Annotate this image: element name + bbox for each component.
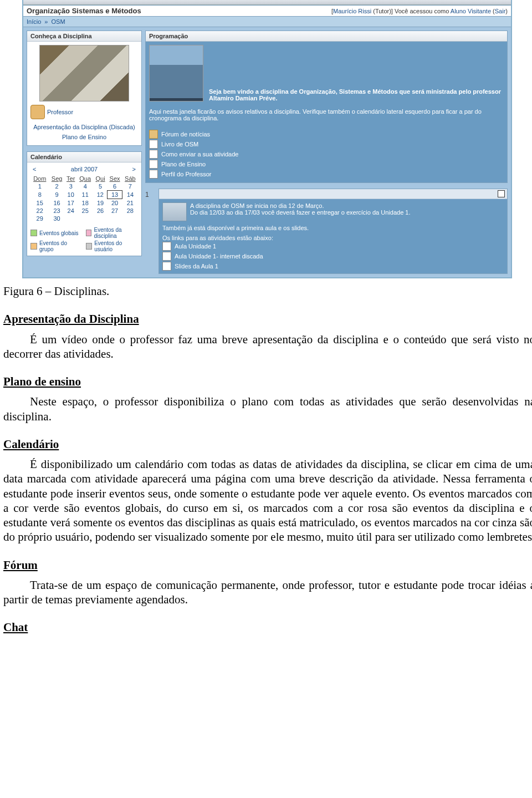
cal-day[interactable]: 24: [68, 207, 74, 214]
cal-day[interactable]: 25: [82, 207, 89, 214]
legend-swatch-global: [30, 230, 37, 236]
breadcrumb-current: OSM: [52, 18, 65, 25]
notice-text: Aqui nesta janela ficarão os avisos rela…: [149, 108, 504, 121]
heading-chat: Chat: [3, 620, 532, 634]
legend-course[interactable]: Eventos da disciplina: [94, 227, 138, 239]
cal-day[interactable]: 5: [99, 183, 102, 190]
cal-day[interactable]: 7: [129, 183, 132, 190]
cal-day[interactable]: 26: [97, 207, 104, 214]
topic-link[interactable]: Aula Unidade 1: [175, 243, 216, 250]
cal-day[interactable]: 9: [55, 191, 59, 198]
cal-day[interactable]: 14: [127, 191, 134, 198]
cal-day[interactable]: 29: [37, 215, 43, 222]
paragraph: É disponibilizado um calendário com toda…: [3, 457, 532, 545]
legend-user[interactable]: Eventos do usuário: [94, 240, 138, 252]
topic-line: Os links para as atividades estão abaixo…: [162, 235, 504, 241]
doc-icon: [149, 160, 158, 169]
user-info: [Maurício Rissi (Tutor)] Você acessou co…: [331, 8, 508, 14]
topic-1: 1 A disciplina de OSM se inicia no dia 1…: [145, 189, 508, 274]
lms-screenshot: Organização Sistemas e Métodos [Maurício…: [22, 0, 512, 278]
doc-icon: [162, 262, 171, 271]
resource-link[interactable]: Como enviar a sua atividade: [161, 151, 238, 157]
cal-day[interactable]: 4: [84, 183, 87, 190]
panel-header: Conheça a Disciplina: [27, 31, 141, 42]
cal-day-today[interactable]: 13: [111, 191, 118, 198]
resource-link[interactable]: Plano de Ensino: [161, 161, 206, 167]
panel-calendario: Calendário < abril 2007 > Dom Seg Ter Qu…: [27, 151, 142, 256]
cal-day[interactable]: 6: [113, 183, 116, 190]
cal-day[interactable]: 19: [97, 200, 104, 206]
resource-link[interactable]: Perfil do Professor: [161, 171, 211, 177]
cal-prev[interactable]: <: [33, 166, 36, 172]
cal-day[interactable]: 11: [82, 191, 89, 198]
heading-plano: Plano de ensino: [3, 374, 532, 389]
resource-link[interactable]: Fórum de notícias: [161, 131, 210, 138]
cal-day[interactable]: 12: [97, 191, 104, 198]
cal-day[interactable]: 16: [53, 200, 60, 206]
cal-day[interactable]: 17: [68, 200, 74, 206]
cal-day[interactable]: 3: [69, 183, 73, 190]
cal-day[interactable]: 1: [38, 183, 42, 190]
paragraph: Trata-se de um espaço de comunicação per…: [3, 578, 532, 607]
legend-group[interactable]: Eventos do grupo: [39, 240, 83, 252]
calendar-legend: Eventos globais Eventos da disciplina Ev…: [30, 227, 138, 252]
cal-day[interactable]: 18: [82, 200, 89, 206]
resource-link[interactable]: Livro de OSM: [161, 141, 198, 148]
breadcrumb: Início » OSM: [23, 17, 511, 27]
heading-calendario: Calendário: [3, 437, 532, 451]
link-plano-ensino[interactable]: Plano de Ensino: [30, 133, 138, 143]
breadcrumb-home[interactable]: Início: [27, 18, 41, 25]
doc-icon: [162, 252, 171, 261]
calendar-grid: Dom Seg Ter Qua Qui Sex Sáb 1 2: [30, 175, 138, 222]
document-body: Figura 6 – Disciplinas. Apresentação da …: [0, 284, 532, 652]
panel-conheca: Conheça a Disciplina Professor Apresenta…: [27, 31, 142, 146]
link-apresentacao[interactable]: Apresentação da Disciplina (Discada): [30, 123, 138, 133]
cal-day[interactable]: 2: [55, 183, 59, 190]
visitor-link[interactable]: Aluno Visitante: [451, 8, 491, 14]
topic-line: A disciplina de OSM se inicia no dia 12 …: [190, 202, 504, 209]
doc-icon: [149, 140, 158, 149]
cal-day[interactable]: 30: [53, 215, 60, 222]
professor-icon: [30, 105, 45, 119]
course-image: [149, 45, 203, 101]
tutor-link[interactable]: Maurício Rissi: [333, 8, 371, 14]
cal-day[interactable]: 23: [53, 207, 60, 214]
site-title: Organização Sistemas e Métodos: [27, 7, 141, 15]
logout-link[interactable]: Sair: [495, 8, 506, 14]
legend-global[interactable]: Eventos globais: [39, 230, 79, 236]
topic-number: 1: [145, 189, 155, 274]
cal-day[interactable]: 10: [68, 191, 74, 198]
professor-photo: [39, 45, 129, 101]
cal-day[interactable]: 15: [37, 200, 43, 206]
topic-thumbnail: [162, 202, 187, 221]
site-header: Organização Sistemas e Métodos [Maurício…: [23, 5, 511, 17]
collapse-icon[interactable]: [498, 190, 505, 197]
cal-day[interactable]: 28: [127, 207, 134, 214]
cal-day[interactable]: 20: [111, 200, 118, 206]
heading-apresentacao: Apresentação da Disciplina: [3, 312, 532, 326]
paragraph: É um vídeo onde o professor faz uma brev…: [3, 332, 532, 362]
panel-programacao: Programação Seja bem vindo a disciplina …: [145, 31, 508, 183]
cal-day[interactable]: 22: [37, 207, 43, 214]
panel-header: Calendário: [27, 152, 141, 162]
panel-header: Programação: [146, 31, 507, 42]
cal-day[interactable]: 21: [127, 200, 134, 206]
cal-day[interactable]: 27: [111, 207, 118, 214]
browser-chrome: [23, 0, 511, 5]
resource-list: Fórum de notícias Livro de OSM Como envi…: [149, 129, 504, 179]
paragraph: Neste espaço, o professor disponibiliza …: [3, 394, 532, 424]
cal-month[interactable]: abril 2007: [71, 166, 98, 172]
figure-caption: Figura 6 – Disciplinas.: [3, 284, 532, 298]
welcome-text: Seja bem vindo a disciplina de Organizaç…: [209, 88, 504, 101]
topic-line: Do dia 12/03 ao dia 17/03 você deverá fa…: [190, 209, 504, 216]
cal-day[interactable]: 8: [38, 191, 42, 198]
legend-swatch-course: [86, 230, 91, 236]
doc-icon: [162, 242, 171, 251]
cal-next[interactable]: >: [132, 166, 136, 172]
topic-link[interactable]: Slides da Aula 1: [175, 263, 218, 270]
topic-link[interactable]: Aula Unidade 1- internet discada: [175, 253, 263, 260]
professor-link[interactable]: Professor: [47, 109, 73, 115]
doc-icon: [149, 150, 158, 159]
heading-forum: Fórum: [3, 558, 532, 572]
legend-swatch-user: [86, 243, 92, 250]
